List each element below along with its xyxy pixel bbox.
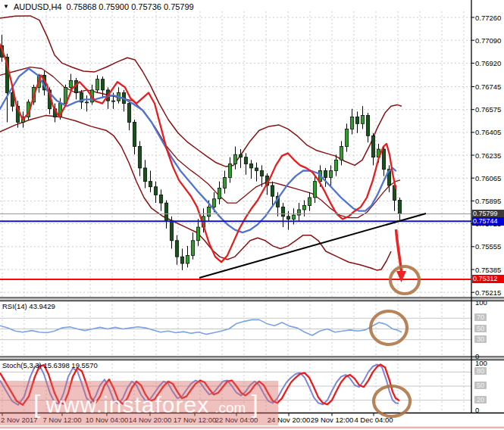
stoch-level-label: 50 [474,382,487,389]
price-axis-label: 0.76065 [475,174,501,182]
time-axis-label: 22 Nov 04:00 [215,416,258,424]
rsi-level-label: 30 [474,335,487,343]
time-axis-label: 24 Nov 20:00 [268,416,311,424]
price-axis-label: 0.77090 [475,36,501,45]
stoch-label: Stoch(5,3,3) 15.6398 19.5570 [2,361,98,369]
price-tag-red: 0.75312 [472,275,504,283]
symbol-timeframe: AUDUSD,H4 [14,2,62,11]
rsi-scale-label: 100 [475,298,487,307]
text-layer: ▼ AUDUSD,H4 0.75868 0.75900 0.75736 0.75… [0,0,504,430]
price-axis-label: 0.75215 [475,288,501,297]
mt4-chart-window: ▼ AUDUSD,H4 0.75868 0.75900 0.75736 0.75… [0,0,504,430]
stoch-level-label: 80 [474,367,487,375]
price-tag-blue: 0.75744 [472,217,504,226]
time-axis-label: 4 Dec 04:00 [354,416,393,424]
symbol-dropdown-icon[interactable]: ▼ [3,3,9,11]
rsi-level-label: 70 [474,313,487,321]
ohlc-quotes: 0.75868 0.75900 0.75736 0.75799 [67,2,194,11]
rsi-label: RSI(14) 43.9429 [2,302,55,310]
price-axis-label: 0.76575 [475,105,501,114]
time-axis-label: 29 Nov 12:00 [311,416,354,424]
time-axis-label: 10 Nov 04:00 [86,416,129,424]
stoch-scale-label: 0 [475,406,479,414]
chart-title: ▼ AUDUSD,H4 0.75868 0.75900 0.75736 0.75… [3,2,194,11]
price-axis-label: 0.76235 [475,151,501,160]
price-axis-label: 0.75895 [475,197,501,205]
time-axis-label: 14 Nov 20:00 [129,416,172,424]
stoch-level-label: 20 [474,396,487,404]
stoch-scale-label: 100 [475,359,487,367]
price-axis-label: 0.75555 [475,242,501,251]
time-axis-label: 17 Nov 12:00 [174,416,217,424]
rsi-level-label: 50 [474,325,487,332]
price-axis-label: 0.76745 [475,83,501,91]
price-axis-label: 0.75385 [475,266,501,274]
price-axis-label: 0.77260 [475,14,501,22]
price-axis-label: 0.76920 [475,59,501,67]
time-axis-label: 7 Nov 12:00 [42,416,81,424]
time-axis-label: 2 Nov 2017 [1,416,38,424]
price-axis-label: 0.76405 [475,128,501,136]
